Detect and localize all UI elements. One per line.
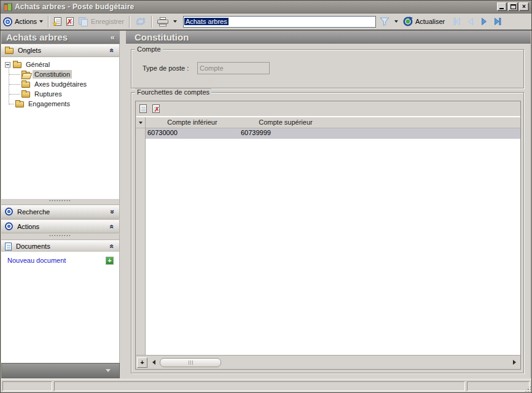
collapse-minus-icon[interactable] [5, 62, 10, 68]
printer-icon [157, 17, 168, 26]
open-folder-icon [22, 72, 30, 78]
folder-icon [5, 48, 14, 54]
nav-last-icon[interactable] [493, 17, 503, 26]
grid-append-button[interactable]: + [137, 357, 147, 368]
sidebar-splitter[interactable]: ········· [1, 234, 120, 239]
tree-connector [9, 74, 20, 75]
filter-funnel-icon [380, 17, 389, 26]
chevron-up-icon[interactable]: « [108, 49, 117, 53]
sidebar-header: Achats arbres « [1, 31, 120, 44]
fourchettes-grid-panel: ✗ Compte inférieur Compte supérieur 6073… [135, 101, 521, 370]
content-area: Achats arbres « Onglets « Général Const [1, 31, 531, 379]
print-options-dropdown[interactable] [171, 15, 179, 28]
new-document-link[interactable]: Nouveau document [7, 257, 106, 264]
chevron-up-icon[interactable]: « [108, 224, 117, 228]
record-name-value: Achats arbres [184, 18, 229, 25]
toolbar-separator [129, 16, 130, 28]
column-header-compte-superieur[interactable]: Compte supérieur [239, 117, 332, 128]
title-bar: Achats arbres - Poste budgétaire × [1, 1, 531, 14]
cell-compte-superieur[interactable]: 60739999 [239, 128, 332, 139]
tree-item-general[interactable]: Général [5, 60, 52, 69]
sidebar-overflow-bar[interactable] [1, 363, 120, 378]
scroll-right-button[interactable] [510, 358, 519, 367]
tree-item-ruptures[interactable]: Ruptures [22, 89, 64, 99]
save-button[interactable]: Enregistrer [76, 15, 127, 28]
section-actions[interactable]: Actions « [1, 219, 120, 233]
scroll-left-button[interactable] [149, 358, 158, 367]
new-record-button[interactable]: ★ [52, 15, 64, 28]
filter-button[interactable] [377, 15, 392, 28]
maximize-button[interactable] [508, 2, 518, 11]
groupbox-fourchettes-legend: Fourchettes de comptes [135, 88, 211, 96]
nav-previous-icon[interactable] [466, 17, 475, 26]
folder-icon [13, 62, 22, 68]
save-icon [79, 17, 88, 26]
tree-connector [9, 67, 9, 104]
folder-icon [22, 91, 30, 98]
print-button[interactable] [155, 15, 171, 28]
actions-menu-label: Actions [15, 18, 37, 25]
minimize-button[interactable] [497, 2, 507, 11]
cell-compte-inferieur[interactable]: 60730000 [146, 128, 239, 139]
window-title: Achats arbres - Poste budgétaire [15, 2, 134, 11]
status-bar [1, 379, 531, 392]
refresh-button[interactable]: Actualiser [401, 15, 447, 28]
nav-next-icon[interactable] [479, 17, 489, 26]
main-panel: Constitution Compte Type de poste : Comp… [126, 31, 531, 378]
tree-connector [9, 104, 14, 104]
grid-add-row-icon[interactable] [139, 104, 147, 113]
tree-item-engagements[interactable]: Engagements [15, 99, 72, 109]
sidebar: Achats arbres « Onglets « Général Const [1, 31, 120, 378]
row-selector-column [136, 139, 146, 355]
tree-item-constitution[interactable]: Constitution [22, 69, 72, 79]
sidebar-collapse-button[interactable]: « [111, 33, 115, 42]
sidebar-main-splitter[interactable] [120, 31, 126, 378]
table-row[interactable]: 60730000 60739999 [136, 128, 520, 139]
tree-item-label: Engagements [26, 99, 72, 108]
document-icon [5, 243, 12, 251]
section-onglets[interactable]: Onglets « [1, 44, 120, 57]
refresh-icon [403, 17, 413, 26]
filter-dropdown[interactable] [392, 15, 401, 28]
grid-bottom-bar: + [136, 355, 520, 369]
section-documents-label: Documents [16, 243, 106, 250]
tree-item-label: Constitution [33, 70, 72, 79]
delete-record-button[interactable]: ✗ [64, 15, 76, 28]
grid-delete-row-icon[interactable]: ✗ [152, 104, 160, 113]
grid-corner-dropdown[interactable] [136, 117, 146, 128]
add-plus-icon[interactable]: + [106, 257, 114, 265]
main-toolbar: Actions ★ ✗ Enregistrer [1, 14, 531, 29]
sidebar-splitter[interactable]: ········· [1, 199, 120, 204]
main-header: Constitution [126, 31, 531, 44]
app-icon [4, 3, 12, 11]
tree-item-label: Ruptures [33, 90, 64, 98]
close-button[interactable]: × [519, 2, 529, 11]
section-documents[interactable]: Documents « [1, 239, 120, 253]
documents-panel: Nouveau document + [1, 252, 120, 363]
new-document-icon: ★ [54, 17, 61, 26]
tree-connector [9, 84, 20, 85]
tree-item-axes-budgetaires[interactable]: Axes budgétaires [22, 79, 88, 89]
row-selector[interactable] [136, 128, 146, 139]
chevron-up-icon[interactable]: « [108, 244, 117, 249]
delete-document-icon: ✗ [66, 17, 74, 26]
folder-icon [15, 101, 24, 107]
refresh-label: Actualiser [415, 18, 445, 25]
chevron-down-icon [39, 20, 43, 23]
minimize-icon [499, 8, 504, 9]
horizontal-scrollbar[interactable] [149, 357, 519, 368]
nav-first-icon[interactable] [452, 17, 462, 26]
type-de-poste-field[interactable]: Compte [197, 62, 270, 74]
chevron-down-icon[interactable]: « [108, 209, 117, 214]
sync-button[interactable] [133, 15, 149, 28]
chevron-down-icon [394, 20, 398, 23]
save-label: Enregistrer [91, 18, 124, 25]
tree-item-label: Axes budgétaires [33, 80, 88, 88]
section-recherche[interactable]: Recherche « [1, 204, 120, 219]
column-header-compte-inferieur[interactable]: Compte inférieur [146, 117, 239, 128]
scrollbar-thumb[interactable] [160, 358, 221, 367]
actions-menu-button[interactable]: Actions [12, 15, 45, 28]
record-name-input[interactable]: Achats arbres [183, 16, 376, 28]
grid-header-row: Compte inférieur Compte supérieur [136, 117, 520, 128]
tree-item-label: Général [24, 60, 52, 69]
